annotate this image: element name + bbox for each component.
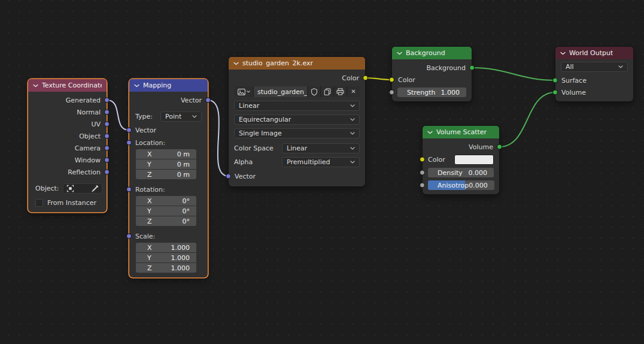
interpolation-value: Linear — [239, 102, 259, 109]
socket-volume-input[interactable] — [552, 90, 558, 95]
socket-uv-output[interactable] — [104, 122, 110, 127]
collapse-chevron-icon[interactable] — [33, 84, 38, 87]
socket-location-input[interactable] — [126, 140, 132, 146]
node-header-mapping[interactable]: Mapping — [129, 79, 208, 92]
collapse-chevron-icon[interactable] — [427, 131, 433, 134]
scale-z-value: 1.000 — [171, 265, 197, 271]
node-environment-texture[interactable]: studio_garden_2k.exr Color studio_garden… — [229, 57, 365, 186]
socket-scatter-color-input[interactable] — [420, 157, 425, 162]
density-label: Density — [428, 170, 463, 176]
socket-generated-output[interactable] — [104, 98, 110, 103]
collapse-chevron-icon[interactable] — [397, 52, 402, 55]
output-label-normal: Normal — [77, 109, 101, 116]
socket-mapping-vector-output[interactable] — [205, 98, 211, 103]
alpha-dropdown[interactable]: Premultiplied — [282, 157, 360, 167]
socket-normal-output[interactable] — [104, 110, 110, 115]
axis-x-label: X — [136, 198, 152, 204]
node-world-output[interactable]: World Output All Surface Volume — [555, 47, 633, 101]
socket-rotation-input[interactable] — [126, 187, 132, 192]
node-header-texture-coordinate[interactable]: Texture Coordinate — [28, 79, 107, 92]
node-header-world-output[interactable]: World Output — [555, 47, 633, 59]
input-label-surface: Surface — [561, 77, 587, 84]
location-x-field[interactable]: X0 m — [136, 149, 196, 159]
rotation-z-field[interactable]: Z0° — [136, 216, 196, 226]
scale-z-field[interactable]: Z1.000 — [136, 263, 196, 273]
output-label-background: Background — [426, 65, 466, 71]
from-instancer-checkbox[interactable] — [35, 199, 43, 207]
node-mapping[interactable]: Mapping Vector Type: Point Vector Locati… — [129, 79, 208, 277]
node-texture-coordinate[interactable]: Texture Coordinate Generated Normal UV O… — [28, 79, 107, 212]
scale-y-field[interactable]: Y1.000 — [136, 253, 196, 262]
socket-density-input[interactable] — [420, 170, 425, 176]
node-header-environment-texture[interactable]: studio_garden_2k.exr — [229, 57, 365, 70]
location-label: Location: — [135, 140, 165, 146]
socket-object-output[interactable] — [104, 134, 110, 139]
socket-window-output[interactable] — [104, 158, 110, 163]
anisotropy-slider[interactable]: Anisotrop 0.000 — [428, 180, 494, 190]
strength-field[interactable]: Strength 1.000 — [397, 87, 466, 97]
object-picker-field[interactable] — [63, 183, 102, 194]
duplicate-icon-button[interactable] — [321, 86, 334, 97]
link-generated-to-mapping-vector — [107, 100, 129, 130]
type-label: Type: — [135, 113, 160, 120]
chevron-down-icon — [192, 115, 197, 118]
location-y-value: 0 m — [177, 161, 196, 168]
link-background-to-surface — [472, 68, 555, 80]
location-z-field[interactable]: Z0 m — [136, 170, 196, 179]
collapse-chevron-icon[interactable] — [233, 62, 239, 65]
color-swatch[interactable] — [454, 155, 494, 165]
socket-volume-output[interactable] — [497, 144, 502, 150]
strength-label: Strength — [397, 89, 436, 96]
axis-y-label: Y — [136, 208, 151, 215]
socket-scale-input[interactable] — [126, 234, 132, 239]
socket-background-color-input[interactable] — [389, 77, 394, 83]
node-header-background[interactable]: Background — [392, 47, 472, 59]
mapping-type-value: Point — [165, 113, 181, 120]
color-space-dropdown[interactable]: Linear — [282, 143, 360, 153]
input-label-vector: Vector — [135, 127, 156, 134]
fake-user-shield-button[interactable] — [308, 86, 321, 97]
image-name-field[interactable]: studio_garden_2k.. — [254, 86, 308, 97]
socket-camera-output[interactable] — [104, 146, 110, 151]
chevron-down-icon — [350, 132, 355, 135]
node-background[interactable]: Background Background Color Strength 1.0… — [392, 47, 472, 101]
node-volume-scatter[interactable]: Volume Scatter Volume Color Density 0.00… — [423, 126, 499, 194]
socket-color-output[interactable] — [363, 76, 368, 81]
socket-reflection-output[interactable] — [104, 170, 110, 175]
node-title: Volume Scatter — [436, 129, 487, 135]
scale-x-field[interactable]: X1.000 — [136, 243, 196, 252]
link-texture-color-to-background-color — [365, 78, 392, 80]
alpha-label: Alpha — [234, 159, 282, 165]
socket-background-output[interactable] — [469, 65, 475, 71]
rotation-x-field[interactable]: X0° — [136, 196, 196, 206]
image-browse-button[interactable] — [234, 86, 254, 97]
socket-strength-input[interactable] — [389, 90, 394, 95]
node-header-volume-scatter[interactable]: Volume Scatter — [423, 126, 499, 138]
density-value: 0.000 — [469, 170, 494, 176]
from-instancer-label: From Instancer — [47, 200, 96, 206]
node-title: Mapping — [143, 82, 171, 89]
socket-mapping-vector-input[interactable] — [126, 128, 132, 133]
mapping-type-dropdown[interactable]: Point — [160, 111, 202, 122]
interpolation-dropdown[interactable]: Linear — [234, 101, 360, 111]
socket-surface-input[interactable] — [552, 78, 558, 83]
collapse-chevron-icon[interactable] — [134, 84, 139, 87]
axis-y-label: Y — [136, 255, 151, 261]
eyedropper-icon[interactable] — [91, 185, 99, 192]
node-editor-canvas[interactable]: Texture Coordinate Generated Normal UV O… — [0, 0, 644, 344]
density-field[interactable]: Density 0.000 — [428, 168, 494, 177]
output-label-volume: Volume — [469, 144, 493, 150]
socket-texture-vector-input[interactable] — [226, 174, 231, 179]
socket-anisotropy-input[interactable] — [420, 183, 425, 188]
location-y-field[interactable]: Y0 m — [136, 159, 196, 169]
output-target-dropdown[interactable]: All — [561, 62, 628, 72]
axis-x-label: X — [136, 151, 152, 158]
output-label-generated: Generated — [66, 97, 101, 104]
projection-dropdown[interactable]: Equirectangular — [234, 114, 360, 125]
unlink-icon-button[interactable]: ✕ — [347, 86, 360, 97]
pack-icon-button[interactable] — [334, 86, 347, 97]
output-label-vector: Vector — [181, 97, 202, 104]
rotation-y-field[interactable]: Y0° — [136, 206, 196, 216]
collapse-chevron-icon[interactable] — [560, 52, 566, 55]
source-dropdown[interactable]: Single Image — [234, 128, 360, 138]
